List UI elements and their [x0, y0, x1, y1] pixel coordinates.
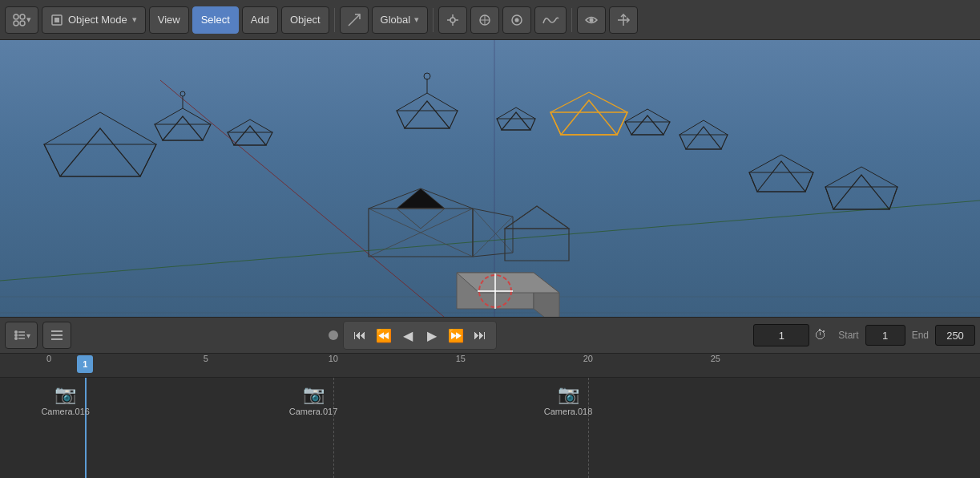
svg-marker-66 [757, 161, 805, 192]
timeline-menu-button[interactable] [42, 322, 71, 349]
keyframe-camera-018[interactable]: 📷 Camera.018 [544, 384, 593, 416]
viewport-svg [0, 40, 980, 317]
sep3 [571, 8, 572, 32]
current-frame-input[interactable]: 1 [753, 324, 809, 346]
gizmo-button[interactable] [609, 6, 638, 34]
svg-line-64 [704, 120, 728, 135]
svg-marker-61 [680, 135, 728, 149]
svg-line-50 [516, 107, 535, 119]
ruler-mark-25: 25 [711, 354, 720, 363]
svg-line-53 [550, 92, 589, 112]
transform-icon-button[interactable] [340, 6, 369, 34]
keyframe-camera-016[interactable]: 📷 Camera.016 [41, 384, 90, 416]
global-dropdown[interactable]: Global ▾ [372, 6, 429, 34]
svg-line-20 [0, 201, 980, 281]
ruler-mark-10: 10 [329, 354, 338, 363]
svg-line-90 [537, 206, 569, 229]
editor-type-button[interactable]: ▾ [5, 6, 38, 34]
object-menu-button[interactable]: Object [281, 6, 329, 34]
svg-line-49 [497, 107, 516, 119]
svg-marker-38 [234, 126, 266, 145]
timeline[interactable]: 0 1 5 10 15 20 25 1 📷 Camera.016 📷 Camer [0, 354, 980, 478]
keyframe-camera-018-icon: 📷 [558, 384, 579, 405]
object-mode-label: Object Mode [68, 14, 127, 26]
svg-line-79 [369, 209, 473, 257]
end-label: End [912, 330, 929, 341]
svg-marker-92 [534, 273, 559, 317]
svg-point-46 [424, 73, 430, 79]
svg-line-27 [44, 112, 100, 144]
jump-back-key-button[interactable]: ⏪ [373, 324, 395, 346]
svg-point-99 [14, 334, 18, 337]
start-label: Start [838, 330, 858, 341]
svg-line-86 [473, 217, 513, 257]
svg-line-43 [397, 93, 427, 111]
svg-marker-91 [457, 273, 534, 309]
ruler-mark-5: 5 [204, 354, 208, 363]
svg-marker-87 [505, 229, 569, 261]
svg-line-81 [369, 188, 421, 209]
end-value-input[interactable]: 250 [935, 325, 975, 346]
ruler-marks-container: 0 1 5 10 15 20 25 1 [0, 354, 980, 374]
step-back-button[interactable]: ◀ [397, 324, 419, 346]
timeline-ruler[interactable]: 0 1 5 10 15 20 25 1 [0, 354, 980, 378]
object-mode-dropdown[interactable]: Object Mode ▾ [42, 6, 146, 34]
svg-marker-41 [397, 111, 458, 128]
svg-line-75 [825, 187, 833, 209]
jump-to-start-button[interactable]: ⏮ [349, 324, 371, 346]
select-menu-button[interactable]: Select [192, 6, 239, 34]
keyframe-camera-018-label: Camera.018 [544, 407, 593, 416]
keyframe-camera-017[interactable]: 📷 Camera.017 [289, 384, 338, 416]
svg-marker-31 [155, 124, 211, 140]
pivot-button[interactable] [438, 6, 467, 34]
sep2 [433, 8, 434, 32]
ruler-mark-0: 0 [46, 354, 51, 363]
svg-line-74 [861, 167, 897, 187]
timeline-editor-type[interactable]: ▾ [5, 322, 38, 349]
svg-line-63 [680, 120, 704, 135]
show-overlays-button[interactable] [577, 6, 606, 34]
sep1 [334, 8, 335, 32]
svg-marker-32 [163, 116, 203, 140]
svg-line-39 [228, 120, 250, 132]
svg-point-94 [479, 275, 511, 307]
svg-marker-78 [369, 209, 473, 257]
svg-marker-77 [397, 188, 445, 209]
svg-line-89 [505, 206, 537, 229]
svg-rect-5 [54, 18, 59, 22]
3d-viewport[interactable] [0, 40, 980, 317]
svg-marker-93 [457, 273, 559, 293]
svg-line-67 [749, 155, 781, 172]
svg-marker-65 [749, 172, 813, 192]
svg-marker-52 [561, 100, 617, 135]
keyframe-camera-017-label: Camera.017 [289, 407, 338, 416]
svg-line-28 [100, 112, 156, 144]
view-menu-button[interactable]: View [149, 6, 189, 34]
svg-line-44 [427, 93, 458, 111]
svg-line-70 [805, 172, 813, 192]
svg-point-2 [14, 21, 18, 26]
svg-line-6 [349, 14, 360, 26]
svg-line-29 [44, 144, 60, 176]
timer-icon: ⏱ [814, 328, 827, 342]
play-button[interactable]: ▶ [421, 324, 443, 346]
proportional-edit-button[interactable] [502, 6, 531, 34]
svg-point-7 [450, 18, 455, 22]
record-button[interactable] [329, 330, 338, 340]
svg-line-40 [250, 120, 272, 132]
start-value-input[interactable]: 1 [865, 325, 905, 346]
jump-to-end-button[interactable]: ⏭ [469, 324, 491, 346]
svg-line-60 [647, 109, 670, 122]
svg-marker-72 [833, 175, 889, 209]
svg-point-0 [14, 14, 18, 19]
svg-line-33 [155, 108, 183, 124]
falloff-button[interactable] [534, 6, 567, 34]
snap-button[interactable] [470, 6, 499, 34]
svg-marker-26 [60, 128, 140, 176]
timeline-type-arrow: ▾ [26, 331, 30, 340]
ruler-mark-15: 15 [456, 354, 466, 363]
step-forward-button[interactable]: ⏩ [445, 324, 467, 346]
global-arrow: ▾ [414, 14, 419, 25]
timeline-content[interactable]: 📷 Camera.016 📷 Camera.017 📷 Camera.018 [0, 378, 980, 478]
add-menu-button[interactable]: Add [242, 6, 278, 34]
